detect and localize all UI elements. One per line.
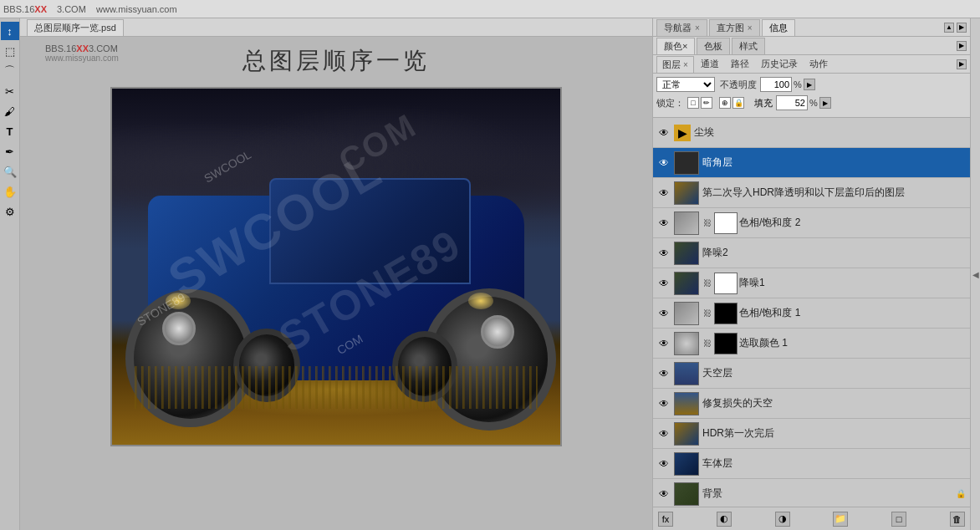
layer-thumb-sky [674, 362, 699, 385]
close-layers[interactable]: × [683, 60, 688, 69]
layer-item-fixsky[interactable]: 👁 修复损失的天空 [653, 389, 970, 419]
tab-history[interactable]: 历史记录 [756, 56, 803, 72]
tab-paths[interactable]: 路径 [726, 56, 754, 72]
layer-item-hdr2[interactable]: 👁 第二次导入HDR降透明和以下层盖印后的图层 [653, 178, 970, 208]
footer-mask-btn[interactable]: ◐ [717, 512, 732, 527]
layer-eye-vignette[interactable]: 👁 [656, 155, 671, 171]
layer-thumb-denoise2 [674, 242, 699, 265]
opacity-pct: % [794, 79, 802, 89]
footer-new-btn[interactable]: □ [891, 512, 906, 527]
tool-pen[interactable]: ✒ [1, 142, 19, 161]
tool-settings[interactable]: ⚙ [1, 202, 19, 221]
tab-info[interactable]: 信息 [762, 19, 795, 36]
layer-item-vignette[interactable]: 👁 暗角层 [653, 148, 970, 178]
layer-eye-selectcolor1[interactable]: 👁 [656, 336, 671, 351]
fill-pct: % [809, 98, 818, 108]
tab-styles[interactable]: 样式 [732, 38, 765, 54]
layer-eye-hdr1[interactable]: 👁 [656, 426, 671, 441]
close-navigator[interactable]: × [695, 23, 700, 33]
tool-select[interactable]: ⬚ [1, 42, 19, 60]
layers-options-btn[interactable]: ▶ [957, 59, 967, 69]
layer-name-denoise1: 降噪1 [739, 276, 967, 290]
layer-name-background: 背景 [702, 487, 955, 501]
color-panel-tabs: 颜色 × 色板 样式 ▶ [653, 37, 970, 55]
opacity-arrow[interactable]: ▶ [804, 79, 815, 90]
layer-name-colorhue2: 色相/饱和度 2 [739, 216, 967, 230]
close-histogram[interactable]: × [748, 23, 753, 33]
tool-lasso[interactable]: ⌒ [1, 62, 19, 80]
layer-eye-denoise1[interactable]: 👁 [656, 276, 671, 291]
layer-eye-carbody[interactable]: 👁 [656, 456, 671, 471]
layer-eye-colorhue1[interactable]: 👁 [656, 306, 671, 321]
layer-eye-fixsky[interactable]: 👁 [656, 396, 671, 411]
footer-delete-btn[interactable]: 🗑 [950, 512, 965, 527]
layer-item-denoise1[interactable]: 👁 ⛓ 降噪1 [653, 268, 970, 298]
layer-name-carbody: 车体层 [702, 456, 967, 471]
layer-thumb-background [674, 482, 699, 506]
layer-chain-colorhue1: ⛓ [702, 305, 712, 322]
panel-collapse-btn[interactable]: ▲ [944, 23, 954, 33]
tab-channels[interactable]: 通道 [696, 56, 724, 72]
lock-transparent[interactable]: □ [687, 97, 699, 109]
lock-position[interactable]: ⊕ [719, 97, 731, 109]
layer-item-carbody[interactable]: 👁 车体层 [653, 449, 970, 479]
wheel-hub-right [481, 315, 514, 349]
tab-navigator[interactable]: 导航器 × [656, 19, 707, 36]
layer-item-hdr1[interactable]: 👁 HDR第一次完后 [653, 419, 970, 449]
layer-name-sky: 天空层 [702, 366, 967, 380]
file-tab[interactable]: 总图层顺序一览.psd [27, 19, 124, 36]
page-title: 总图层顺序一览 [28, 45, 644, 77]
panel-options-btn[interactable]: ▶ [957, 23, 967, 33]
layer-name-hdr2: 第二次导入HDR降透明和以下层盖印后的图层 [702, 186, 967, 200]
fill-arrow[interactable]: ▶ [819, 97, 831, 109]
tab-color[interactable]: 颜色 × [656, 38, 695, 54]
layer-eye-dust[interactable]: 👁 [656, 125, 671, 140]
main-area: ↕ ⬚ ⌒ ✂ 🖌 T ✒ 🔍 ✋ ⚙ 总图层顺序一览.psd 总图层顺序一览 … [0, 18, 980, 530]
layer-thumb-hdr2 [674, 181, 699, 205]
site-info: BBS.16XX3.COM www.missyuan.com [3, 4, 177, 14]
layer-eye-colorhue2[interactable]: 👁 [656, 216, 671, 231]
tool-crop[interactable]: ✂ [1, 82, 19, 100]
layer-item-selectcolor1[interactable]: 👁 ⛓ 选取颜色 1 [653, 329, 970, 359]
layer-item-denoise2[interactable]: 👁 降噪2 [653, 238, 970, 268]
layer-eye-hdr2[interactable]: 👁 [656, 186, 671, 201]
opacity-input[interactable] [760, 77, 792, 92]
tab-swatches[interactable]: 色板 [697, 38, 730, 54]
layer-thumb-colorhue1 [674, 302, 699, 325]
opacity-label: 不透明度 [720, 79, 757, 91]
tool-text[interactable]: T [1, 122, 19, 140]
close-color[interactable]: × [682, 41, 687, 51]
footer-group-btn[interactable]: 📁 [833, 512, 848, 527]
layer-name-selectcolor1: 选取颜色 1 [739, 336, 967, 350]
blend-mode-select[interactable]: 正常 溶解 变暗 [656, 77, 715, 92]
layer-item-colorhue1[interactable]: 👁 ⛓ 色相/饱和度 1 [653, 298, 970, 329]
layer-item-sky[interactable]: 👁 天空层 [653, 359, 970, 389]
canvas-header: 总图层顺序一览.psd [20, 18, 652, 37]
tab-actions[interactable]: 动作 [804, 56, 833, 72]
layer-eye-background[interactable]: 👁 [656, 487, 671, 502]
layer-chain-denoise1: ⛓ [702, 275, 712, 292]
headlight-right [468, 293, 493, 309]
layer-item-colorhue2[interactable]: 👁 ⛓ 色相/饱和度 2 [653, 208, 970, 238]
right-panel: 导航器 × 直方图 × 信息 ▲ ▶ 颜色 × 色板 [652, 18, 970, 530]
tab-histogram[interactable]: 直方图 × [709, 19, 760, 36]
panel-collapse-handle[interactable]: ◀ [970, 18, 980, 530]
lock-all[interactable]: 🔒 [732, 97, 744, 109]
color-panel-options[interactable]: ▶ [957, 41, 967, 51]
tool-zoom[interactable]: 🔍 [1, 162, 19, 181]
layer-name-denoise2: 降噪2 [702, 246, 967, 260]
layer-eye-sky[interactable]: 👁 [656, 366, 671, 381]
lock-image[interactable]: ✏ [701, 97, 712, 109]
tab-layers[interactable]: 图层 × [656, 56, 694, 73]
tools-sidebar: ↕ ⬚ ⌒ ✂ 🖌 T ✒ 🔍 ✋ ⚙ [0, 18, 20, 530]
footer-adjustment-btn[interactable]: ◑ [775, 512, 790, 527]
tool-brush[interactable]: 🖌 [1, 102, 19, 120]
tool-hand[interactable]: ✋ [1, 182, 19, 201]
tool-move[interactable]: ↕ [1, 22, 19, 40]
fill-input[interactable] [776, 95, 808, 110]
footer-fx-btn[interactable]: fx [658, 512, 673, 527]
layer-item-background[interactable]: 👁 背景 🔒 [653, 479, 970, 507]
layer-item-dustfolder[interactable]: 👁 ▶ 尘埃 [653, 118, 970, 148]
layer-eye-denoise2[interactable]: 👁 [656, 246, 671, 261]
layer-lock-icon: 🔒 [955, 488, 967, 500]
